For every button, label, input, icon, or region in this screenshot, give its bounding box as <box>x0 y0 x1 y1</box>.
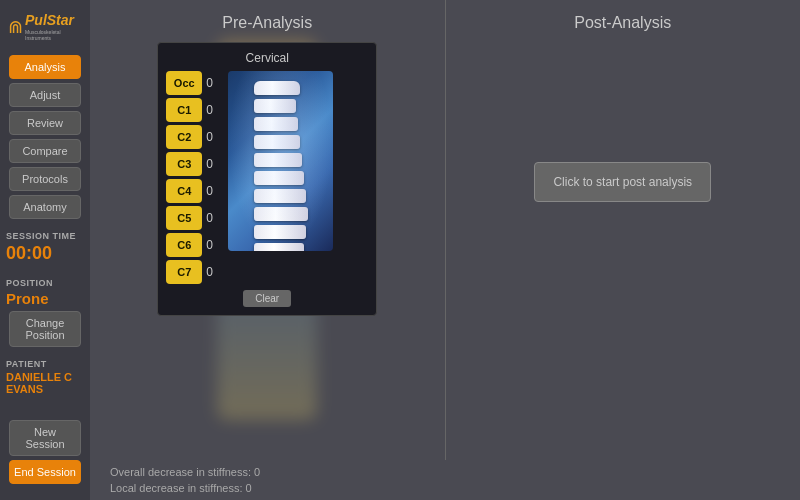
vertebra-occ[interactable]: Occ <box>166 71 202 95</box>
vertebra-row: C7 0 <box>166 260 222 284</box>
vertebra-row: C5 0 <box>166 206 222 230</box>
vertebra-row: C2 0 <box>166 125 222 149</box>
logo-sub: Musculoskeletal Instruments <box>25 29 82 41</box>
main-content: Pre-Analysis Cervical Occ 0 C1 0 <box>90 0 800 500</box>
nav-review[interactable]: Review <box>9 111 81 135</box>
change-position-button[interactable]: Change Position <box>9 311 81 347</box>
patient-label: PATIENT <box>6 359 47 369</box>
vertebra-row: C1 0 <box>166 98 222 122</box>
vertebra-c2-value: 0 <box>206 130 222 144</box>
vertebra-row: Occ 0 <box>166 71 222 95</box>
vertebra-row: C3 0 <box>166 152 222 176</box>
vertebra-c1[interactable]: C1 <box>166 98 202 122</box>
logo: ⋒ PulStar Musculoskeletal Instruments <box>6 8 84 45</box>
vertebra-c3[interactable]: C3 <box>166 152 202 176</box>
new-session-button[interactable]: New Session <box>9 420 81 456</box>
vertebra-c2[interactable]: C2 <box>166 125 202 149</box>
main-panels: Pre-Analysis Cervical Occ 0 C1 0 <box>90 0 800 460</box>
stats-area: Overall decrease in stiffness: 0 Local d… <box>110 464 260 497</box>
patient-name: DANIELLE C EVANS <box>6 371 84 395</box>
card-body: Occ 0 C1 0 C2 0 C3 0 <box>166 71 368 284</box>
vertebra-c5-value: 0 <box>206 211 222 225</box>
vertebra-c5[interactable]: C5 <box>166 206 202 230</box>
vertebra-c4[interactable]: C4 <box>166 179 202 203</box>
pre-analysis-title: Pre-Analysis <box>222 14 312 32</box>
spine-vertebrae-drawing <box>254 81 308 251</box>
clear-button[interactable]: Clear <box>243 290 291 307</box>
start-post-analysis-button[interactable]: Click to start post analysis <box>534 162 711 202</box>
vertebra-c7[interactable]: C7 <box>166 260 202 284</box>
vertebra-c4-value: 0 <box>206 184 222 198</box>
position-value: Prone <box>6 290 49 307</box>
card-title: Cervical <box>166 51 368 65</box>
nav-anatomy[interactable]: Anatomy <box>9 195 81 219</box>
local-stiffness: Local decrease in stiffness: 0 <box>110 480 260 497</box>
vertebra-c1-value: 0 <box>206 103 222 117</box>
end-session-button[interactable]: End Session <box>9 460 81 484</box>
vertebra-row: C4 0 <box>166 179 222 203</box>
overall-stiffness: Overall decrease in stiffness: 0 <box>110 464 260 481</box>
session-time-value: 00:00 <box>6 243 52 264</box>
vertebra-c7-value: 0 <box>206 265 222 279</box>
spine-image <box>228 71 333 251</box>
nav-analysis[interactable]: Analysis <box>9 55 81 79</box>
logo-text: PulStar <box>25 12 82 28</box>
post-analysis-panel: Post-Analysis Click to start post analys… <box>446 0 801 460</box>
vertebra-row: C6 0 <box>166 233 222 257</box>
cervical-card: Cervical Occ 0 C1 0 C2 <box>157 42 377 316</box>
pre-analysis-panel: Pre-Analysis Cervical Occ 0 C1 0 <box>90 0 446 460</box>
post-analysis-title: Post-Analysis <box>574 14 671 32</box>
bottom-bar: Overall decrease in stiffness: 0 Local d… <box>90 460 800 500</box>
vertebra-occ-value: 0 <box>206 76 222 90</box>
nav-adjust[interactable]: Adjust <box>9 83 81 107</box>
vertebra-c6-value: 0 <box>206 238 222 252</box>
vertebra-c3-value: 0 <box>206 157 222 171</box>
vertebra-list: Occ 0 C1 0 C2 0 C3 0 <box>166 71 222 284</box>
sidebar: ⋒ PulStar Musculoskeletal Instruments An… <box>0 0 90 500</box>
nav-protocols[interactable]: Protocols <box>9 167 81 191</box>
nav-compare[interactable]: Compare <box>9 139 81 163</box>
logo-icon: ⋒ <box>8 16 23 38</box>
position-label: POSITION <box>6 278 53 288</box>
session-time-label: SESSION TIME <box>6 231 76 241</box>
vertebra-c6[interactable]: C6 <box>166 233 202 257</box>
